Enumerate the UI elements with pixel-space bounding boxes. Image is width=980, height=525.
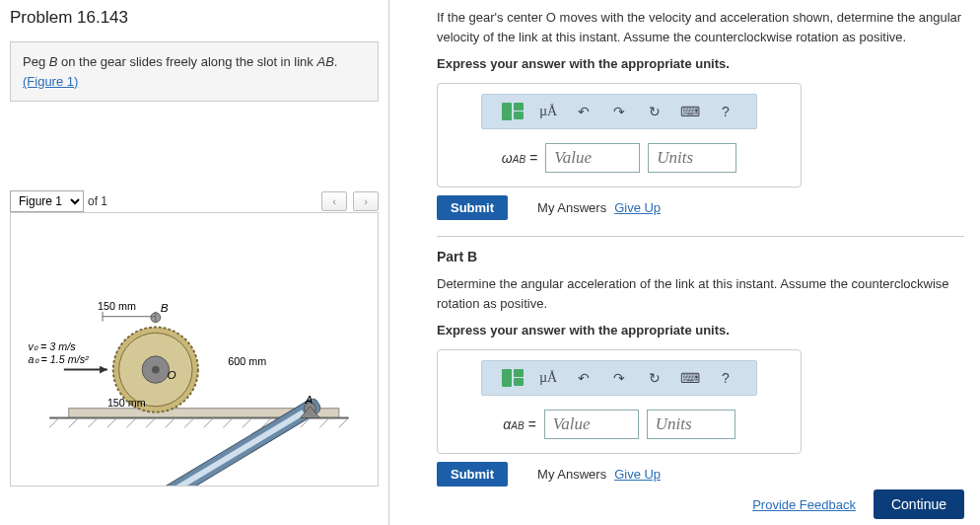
figure-count: of 1 bbox=[88, 194, 107, 208]
parta-express: Express your answer with the appropriate… bbox=[437, 56, 964, 71]
parta-prompt: If the gear's center O moves with the ve… bbox=[437, 8, 964, 46]
redo-icon[interactable]: ↷ bbox=[608, 367, 630, 389]
note-text: . bbox=[334, 54, 338, 69]
fraction-tool-icon[interactable] bbox=[502, 367, 524, 389]
special-char-button[interactable]: µÅ bbox=[537, 101, 559, 122]
svg-line-8 bbox=[166, 418, 175, 428]
parta-toolbar: µÅ ↶ ↷ ↻ ⌨ ? bbox=[481, 94, 757, 129]
keyboard-icon[interactable]: ⌨ bbox=[679, 101, 701, 122]
svg-line-17 bbox=[339, 418, 349, 428]
parta-submit-button[interactable]: Submit bbox=[437, 195, 508, 220]
svg-marker-28 bbox=[100, 366, 107, 374]
svg-line-2 bbox=[49, 418, 59, 428]
label-ao: a₀ = 1.5 m/s² bbox=[29, 353, 89, 365]
undo-icon[interactable]: ↶ bbox=[573, 101, 595, 122]
parta-units-input[interactable] bbox=[648, 143, 736, 173]
figure-canvas: 150 mm B v₀ = 3 m/s a₀ = 1.5 m/s² 600 mm… bbox=[10, 212, 379, 487]
partb-title: Part B bbox=[437, 249, 964, 264]
partb-answer-box: µÅ ↶ ↷ ↻ ⌨ ? αAB = bbox=[437, 349, 802, 454]
dim-150-bot: 150 mm bbox=[107, 397, 146, 409]
partb-toolbar: µÅ ↶ ↷ ↻ ⌨ ? bbox=[481, 360, 757, 396]
partb-prompt: Determine the angular acceleration of th… bbox=[437, 274, 964, 313]
dim-600: 600 mm bbox=[228, 355, 266, 367]
svg-line-16 bbox=[319, 418, 329, 428]
partb-variable: αAB = bbox=[503, 416, 535, 432]
label-o: O bbox=[168, 368, 176, 381]
partb-my-answers[interactable]: My Answers bbox=[537, 467, 606, 482]
reset-icon[interactable]: ↻ bbox=[644, 101, 665, 122]
fraction-tool-icon[interactable] bbox=[502, 101, 524, 122]
help-icon[interactable]: ? bbox=[715, 367, 736, 389]
figure-selector[interactable]: Figure 1 bbox=[10, 190, 84, 212]
partb-units-input[interactable] bbox=[647, 410, 735, 439]
parta-variable: ωAB = bbox=[502, 150, 537, 166]
problem-note: Peg B on the gear slides freely along th… bbox=[10, 41, 379, 102]
partb-giveup-link[interactable]: Give Up bbox=[614, 467, 661, 482]
label-b: B bbox=[161, 301, 169, 314]
svg-point-21 bbox=[152, 366, 160, 374]
dim-150-top: 150 mm bbox=[98, 300, 136, 312]
svg-line-10 bbox=[204, 418, 214, 428]
parta-answer-box: µÅ ↶ ↷ ↻ ⌨ ? ωAB = bbox=[437, 83, 802, 188]
svg-line-6 bbox=[126, 418, 136, 428]
svg-line-12 bbox=[243, 418, 252, 428]
figure-prev-button[interactable]: ‹ bbox=[321, 191, 347, 211]
help-icon[interactable]: ? bbox=[715, 101, 736, 122]
svg-line-11 bbox=[223, 418, 233, 428]
undo-icon[interactable]: ↶ bbox=[573, 367, 595, 389]
svg-line-7 bbox=[146, 418, 156, 428]
redo-icon[interactable]: ↷ bbox=[608, 101, 630, 122]
special-char-button[interactable]: µÅ bbox=[537, 367, 559, 389]
parta-value-input[interactable] bbox=[545, 143, 640, 173]
link-ab: AB bbox=[316, 54, 333, 69]
partb-submit-button[interactable]: Submit bbox=[437, 462, 508, 487]
note-text: on the gear slides freely along the slot… bbox=[57, 54, 316, 69]
reset-icon[interactable]: ↻ bbox=[644, 367, 665, 389]
note-text: Peg bbox=[23, 54, 49, 69]
partb-value-input[interactable] bbox=[544, 410, 639, 439]
figure-link[interactable]: (Figure 1) bbox=[23, 74, 78, 89]
svg-line-3 bbox=[69, 418, 79, 428]
svg-line-4 bbox=[88, 418, 98, 428]
label-a: A bbox=[305, 393, 314, 406]
partb-express: Express your answer with the appropriate… bbox=[437, 323, 964, 338]
label-vo: v₀ = 3 m/s bbox=[29, 340, 77, 352]
keyboard-icon[interactable]: ⌨ bbox=[679, 367, 701, 389]
svg-line-9 bbox=[184, 418, 194, 428]
parta-giveup-link[interactable]: Give Up bbox=[614, 200, 661, 215]
figure-next-button[interactable]: › bbox=[353, 191, 379, 211]
provide-feedback-link[interactable]: Provide Feedback bbox=[752, 497, 856, 512]
parta-my-answers[interactable]: My Answers bbox=[537, 200, 606, 215]
svg-line-5 bbox=[107, 418, 117, 428]
divider bbox=[437, 236, 964, 237]
problem-title: Problem 16.143 bbox=[10, 8, 379, 28]
continue-button[interactable]: Continue bbox=[874, 489, 964, 519]
